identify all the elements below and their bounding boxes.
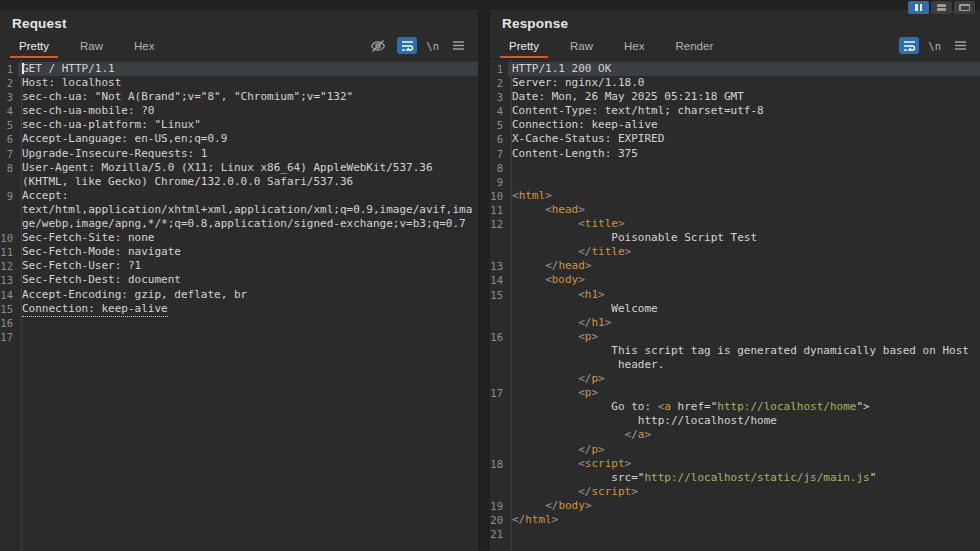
line-number: 8: [490, 161, 508, 175]
tab-hex[interactable]: Hex: [125, 36, 163, 58]
line-number: 21: [490, 527, 508, 541]
code-line: </h1>: [490, 316, 980, 330]
tab-pretty[interactable]: Pretty: [500, 36, 548, 58]
word-wrap-toggle-icon[interactable]: [899, 37, 919, 54]
response-editor[interactable]: 1HTTP/1.1 200 OK2Server: nginx/1.18.03Da…: [490, 59, 980, 551]
code-line: 2Server: nginx/1.18.0: [490, 76, 980, 90]
line-number: 2: [490, 76, 508, 90]
code-line: 1HTTP/1.1 200 OK: [490, 62, 980, 76]
editor-menu-icon[interactable]: [950, 37, 970, 54]
code-line: src="http://localhost/static/js/main.js": [490, 471, 980, 485]
newline-toggle-icon[interactable]: \n: [928, 40, 941, 52]
code-line: 4sec-ch-ua-mobile: ?0: [0, 104, 478, 118]
code-line: </title>: [490, 245, 980, 259]
line-number: [490, 485, 508, 499]
code-line: 19 </body>: [490, 499, 980, 513]
code-line: text/html,application/xhtml+xml,applicat…: [0, 203, 478, 217]
line-number: 13: [0, 273, 18, 287]
code-line: </a>: [490, 428, 980, 442]
rows-layout-button[interactable]: [931, 1, 952, 14]
response-toolbar: \n: [899, 37, 970, 58]
columns-layout-button[interactable]: [908, 1, 929, 14]
code-line: 14Accept-Encoding: gzip, deflate, br: [0, 288, 478, 302]
code-line: 6X-Cache-Status: EXPIRED: [490, 132, 980, 146]
code-line: 7Content-Length: 375: [490, 147, 980, 161]
line-number: 15: [0, 302, 18, 316]
word-wrap-toggle-icon[interactable]: [397, 37, 417, 54]
code-line: 9: [490, 175, 980, 189]
single-view-icon: [959, 4, 970, 11]
tab-render[interactable]: Render: [667, 36, 723, 58]
line-number: 4: [490, 104, 508, 118]
line-number: 19: [490, 499, 508, 513]
code-line: 12Sec-Fetch-User: ?1: [0, 259, 478, 273]
code-line: 2Host: localhost: [0, 76, 478, 90]
line-number: [490, 443, 508, 457]
line-number: 2: [0, 76, 18, 90]
tab-raw[interactable]: Raw: [561, 36, 602, 58]
code-line: 17 <p>: [490, 386, 980, 400]
line-number: [490, 372, 508, 386]
editor-layout-controls: [908, 1, 975, 14]
line-number: 5: [0, 118, 18, 132]
code-line: 8: [490, 161, 980, 175]
line-number: 12: [0, 259, 18, 273]
line-number: [490, 316, 508, 330]
line-number: 13: [490, 259, 508, 273]
line-number: 11: [490, 203, 508, 217]
line-number: [0, 217, 18, 231]
line-number: [490, 400, 508, 414]
code-line: Go to: <a href="http://localhost/home">: [490, 400, 980, 414]
rows-layout-icon: [937, 4, 946, 11]
line-number: [490, 428, 508, 442]
response-panel: Response PrettyRawHexRender \n: [490, 10, 980, 551]
request-panel-title: Request: [0, 10, 478, 35]
code-line: This script tag is generated dynamically…: [490, 344, 980, 358]
code-line: ge/webp,image/apng,*/*;q=0.8,application…: [0, 217, 478, 231]
line-number: 4: [0, 104, 18, 118]
line-number: 11: [0, 245, 18, 259]
code-line: 4Content-Type: text/html; charset=utf-8: [490, 104, 980, 118]
tab-raw[interactable]: Raw: [71, 36, 112, 58]
line-number: 7: [0, 147, 18, 161]
code-line: 13Sec-Fetch-Dest: document: [0, 273, 478, 287]
line-number: 8: [0, 161, 18, 175]
code-line: 14 <body>: [490, 273, 980, 287]
tab-pretty[interactable]: Pretty: [10, 36, 58, 58]
code-line: 13 </head>: [490, 259, 980, 273]
code-line: 17: [0, 330, 478, 344]
line-number: [490, 471, 508, 485]
request-toolbar: \n: [368, 37, 468, 58]
code-line: Poisonable Script Test: [490, 231, 980, 245]
line-number: 14: [0, 288, 18, 302]
code-line: 16 <p>: [490, 330, 980, 344]
code-line: 21: [490, 527, 980, 541]
line-number: [490, 302, 508, 316]
code-line: 5sec-ch-ua-platform: "Linux": [0, 118, 478, 132]
line-number: 3: [0, 90, 18, 104]
tab-hex[interactable]: Hex: [615, 36, 653, 58]
code-line: 15Connection: keep-alive: [0, 302, 478, 316]
single-view-layout-button[interactable]: [954, 1, 975, 14]
line-number: [490, 358, 508, 372]
line-number: 3: [490, 90, 508, 104]
line-number: [0, 175, 18, 189]
code-line: 15 <h1>: [490, 288, 980, 302]
code-line: 3sec-ch-ua: "Not A(Brand";v="8", "Chromi…: [0, 90, 478, 104]
line-number: 17: [0, 330, 18, 344]
line-number: 20: [490, 513, 508, 527]
line-number: [0, 203, 18, 217]
code-line: 8User-Agent: Mozilla/5.0 (X11; Linux x86…: [0, 161, 478, 175]
request-editor[interactable]: 1GET / HTTP/1.12Host: localhost3sec-ch-u…: [0, 59, 478, 551]
request-tabbar: PrettyRawHex \: [0, 35, 478, 59]
line-number: [490, 344, 508, 358]
code-line: </script>: [490, 485, 980, 499]
code-line: (KHTML, like Gecko) Chrome/132.0.0.0 Saf…: [0, 175, 478, 189]
code-line: 18 <script>: [490, 457, 980, 471]
editor-menu-icon[interactable]: [448, 37, 468, 54]
hide-icon[interactable]: [368, 37, 388, 54]
line-number: 9: [490, 175, 508, 189]
code-line: 11Sec-Fetch-Mode: navigate: [0, 245, 478, 259]
newline-toggle-icon[interactable]: \n: [426, 40, 439, 52]
code-line: 12 <title>: [490, 217, 980, 231]
